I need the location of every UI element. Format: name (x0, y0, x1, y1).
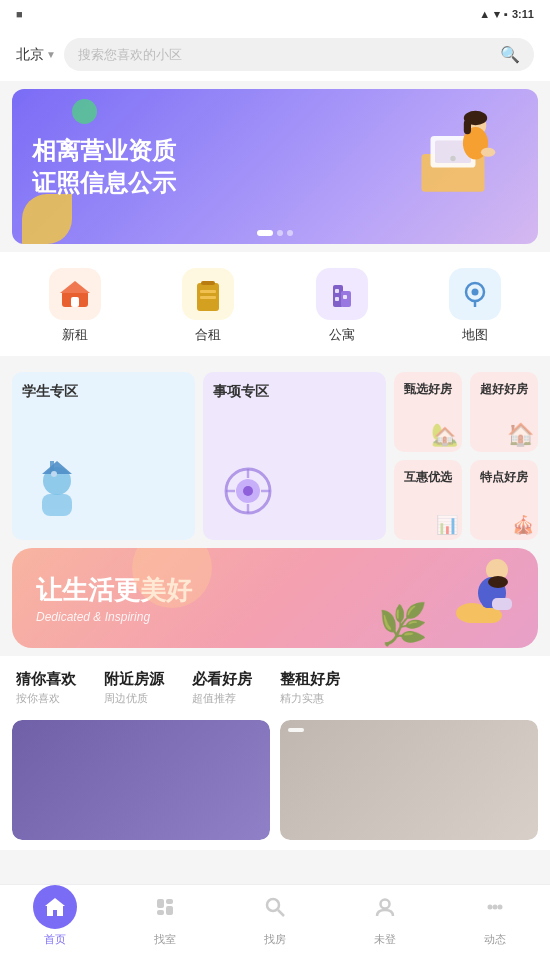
svg-rect-11 (71, 297, 79, 307)
nav-home-label: 首页 (44, 932, 66, 947)
student-icon (22, 456, 92, 530)
category-label-apartment: 公寓 (329, 326, 355, 344)
signal-icon: ▲ (479, 8, 490, 20)
nav-home[interactable]: 首页 (28, 885, 83, 947)
life-banner[interactable]: 让生活更美好 Dedicated & Inspiring 🌿 (12, 548, 538, 648)
nav-find-label: 找室 (154, 932, 176, 947)
category-label-map: 地图 (462, 326, 488, 344)
divider-1 (0, 356, 550, 364)
shared-icon (182, 268, 234, 320)
category-rent[interactable]: 新租 (49, 268, 101, 344)
banner-text: 相离营业资质 证照信息公示 (32, 135, 176, 197)
svg-rect-15 (200, 296, 216, 299)
category-map[interactable]: 地图 (449, 268, 501, 344)
svg-point-22 (472, 289, 479, 296)
status-right: ▲ ▾ ▪ 3:11 (479, 8, 534, 21)
nav-find[interactable]: 找室 (138, 885, 193, 947)
life-person-illustration (442, 558, 522, 648)
tab-nearby[interactable]: 附近房源 周边优质 (104, 670, 164, 706)
mutual-benefit-title: 互惠优选 (404, 470, 452, 486)
search-nav-icon (253, 885, 297, 929)
battery-icon: ▪ (504, 8, 508, 20)
svg-point-28 (51, 471, 57, 477)
svg-rect-40 (482, 588, 492, 608)
tab-mustlook-main: 必看好房 (192, 670, 252, 689)
svg-point-3 (450, 156, 455, 161)
banner-dot-3 (287, 230, 293, 236)
banner-deco-leaf2 (72, 99, 97, 124)
profile-nav-icon (363, 885, 407, 929)
status-bar: ■ ▲ ▾ ▪ 3:11 (0, 0, 550, 28)
category-shared[interactable]: 合租 (182, 268, 234, 344)
property-card-1[interactable] (12, 720, 270, 840)
category-label-shared: 合租 (195, 326, 221, 344)
property-card-2[interactable] (280, 720, 538, 840)
grid-featured-house[interactable]: 特点好房 🎪 (470, 460, 538, 540)
rent-icon (49, 268, 101, 320)
nav-profile-label: 未登 (374, 932, 396, 947)
super-house-title: 超好好房 (480, 382, 528, 398)
grid-mutual-benefit[interactable]: 互惠优选 📊 (394, 460, 462, 540)
tab-mustlook[interactable]: 必看好房 超值推荐 (192, 670, 252, 706)
category-section: 新租 合租 公寓 地图 (0, 252, 550, 356)
svg-rect-14 (200, 290, 216, 293)
svg-rect-7 (464, 120, 471, 134)
svg-rect-47 (166, 906, 173, 915)
bottom-navigation: 首页 找室 找房 未登 动态 (0, 884, 550, 954)
property-badge (288, 728, 304, 732)
life-sub-text: Dedicated & Inspiring (36, 610, 192, 624)
tab-favorite-sub: 按你喜欢 (16, 691, 76, 706)
featured-icon: 🎪 (512, 514, 534, 536)
apartment-icon (316, 268, 368, 320)
grid-super-house[interactable]: 超好好房 🏠 (470, 372, 538, 452)
tab-wholehouse[interactable]: 整租好房 精力实惠 (280, 670, 340, 706)
map-icon (449, 268, 501, 320)
banner-deco-leaf1 (22, 194, 72, 244)
svg-marker-43 (45, 898, 65, 916)
category-label-rent: 新租 (62, 326, 88, 344)
grid-student-zone[interactable]: 学生专区 (12, 372, 195, 540)
promo-banner[interactable]: 相离营业资质 证照信息公示 (12, 89, 538, 244)
grid-service-zone[interactable]: 事项专区 (203, 372, 386, 540)
tab-nearby-sub: 周边优质 (104, 691, 164, 706)
svg-point-42 (488, 576, 508, 588)
banner-dot-2 (277, 230, 283, 236)
nav-more-label: 动态 (484, 932, 506, 947)
location-button[interactable]: 北京 ▼ (16, 46, 56, 64)
search-input-wrap[interactable]: 搜索您喜欢的小区 🔍 (64, 38, 534, 71)
good-house-title: 甄选好房 (404, 382, 452, 398)
svg-point-8 (481, 148, 495, 157)
tab-wholehouse-main: 整租好房 (280, 670, 340, 689)
feature-grid: 学生专区 事项专区 甄选好房 (12, 372, 538, 540)
tab-wholehouse-sub: 精力实惠 (280, 691, 340, 706)
search-icon[interactable]: 🔍 (500, 45, 520, 64)
category-apartment[interactable]: 公寓 (316, 268, 368, 344)
svg-point-48 (267, 899, 279, 911)
location-arrow: ▼ (46, 49, 56, 60)
tab-favorite[interactable]: 猜你喜欢 按你喜欢 (16, 670, 76, 706)
svg-point-51 (488, 904, 493, 909)
svg-point-53 (498, 904, 503, 909)
featured-house-title: 特点好房 (480, 470, 528, 486)
svg-rect-20 (343, 295, 347, 299)
banner-title: 相离营业资质 证照信息公示 (32, 135, 176, 197)
property-cards-row (0, 710, 550, 850)
nav-search[interactable]: 找房 (248, 885, 303, 947)
wifi-icon: ▾ (494, 8, 500, 21)
nav-more[interactable]: 动态 (468, 885, 523, 947)
time-display: 3:11 (512, 8, 534, 20)
svg-point-52 (493, 904, 498, 909)
svg-rect-46 (157, 910, 164, 915)
location-text: 北京 (16, 46, 44, 64)
svg-rect-44 (157, 899, 164, 908)
tab-favorite-main: 猜你喜欢 (16, 670, 76, 689)
search-placeholder: 搜索您喜欢的小区 (78, 46, 182, 64)
banner-dots (257, 230, 293, 236)
svg-point-31 (243, 486, 253, 496)
nav-profile[interactable]: 未登 (358, 885, 413, 947)
svg-rect-18 (335, 289, 339, 293)
more-nav-icon (473, 885, 517, 929)
svg-rect-45 (166, 899, 173, 904)
life-tree-icon: 🌿 (378, 601, 428, 648)
grid-good-house[interactable]: 甄选好房 🏡 (394, 372, 462, 452)
